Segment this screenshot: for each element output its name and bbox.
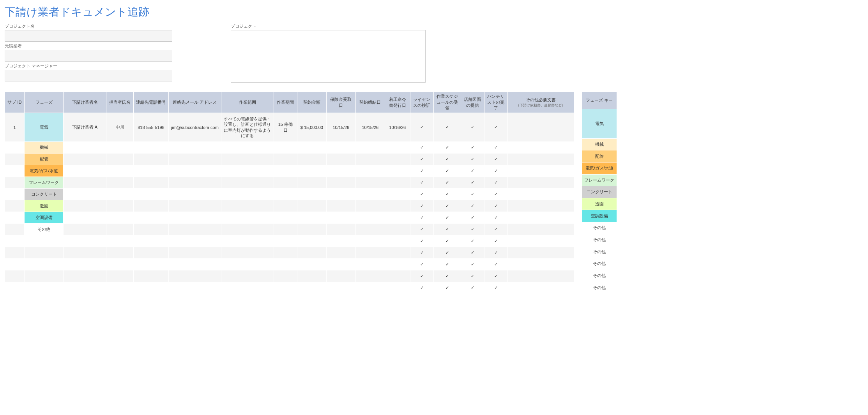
sub-name-cell[interactable] [64, 235, 106, 247]
contact-name-cell[interactable] [106, 259, 134, 270]
amount-cell[interactable] [297, 259, 326, 270]
contact-email-cell[interactable] [169, 200, 221, 212]
proceed-date-cell[interactable] [385, 189, 410, 200]
contract-date-cell[interactable] [355, 154, 385, 165]
schedule-check-cell[interactable]: ✓ [433, 189, 461, 200]
license-check-cell[interactable]: ✓ [410, 189, 433, 200]
schedule-check-cell[interactable]: ✓ [433, 282, 461, 294]
contact-phone-cell[interactable] [134, 165, 169, 177]
phase-cell[interactable]: 空調設備 [25, 212, 64, 224]
contract-date-cell[interactable] [355, 224, 385, 235]
amount-cell[interactable]: $ 15,000.00 [297, 113, 326, 142]
proceed-date-cell[interactable]: 10/16/26 [385, 113, 410, 142]
scope-cell[interactable] [221, 154, 274, 165]
proceed-date-cell[interactable] [385, 224, 410, 235]
contact-name-cell[interactable]: 中川 [106, 113, 134, 142]
sub-name-cell[interactable] [64, 224, 106, 235]
phase-cell[interactable]: 機械 [25, 142, 64, 154]
other-docs-cell[interactable] [507, 282, 574, 294]
amount-cell[interactable] [297, 142, 326, 154]
contact-phone-cell[interactable] [134, 142, 169, 154]
duration-cell[interactable] [274, 235, 297, 247]
phase-cell[interactable] [25, 247, 64, 259]
duration-cell[interactable] [274, 142, 297, 154]
proceed-date-cell[interactable] [385, 235, 410, 247]
scope-cell[interactable] [221, 270, 274, 282]
shop-drawings-check-cell[interactable]: ✓ [461, 200, 484, 212]
project-textarea[interactable] [231, 30, 426, 83]
insurance-date-cell[interactable]: 10/15/26 [326, 113, 355, 142]
contact-email-cell[interactable] [169, 177, 221, 189]
contact-phone-cell[interactable]: 818-555-5198 [134, 113, 169, 142]
contract-date-cell[interactable] [355, 212, 385, 224]
license-check-cell[interactable]: ✓ [410, 259, 433, 270]
insurance-date-cell[interactable] [326, 154, 355, 165]
punch-list-check-cell[interactable]: ✓ [484, 189, 507, 200]
amount-cell[interactable] [297, 189, 326, 200]
sub-name-cell[interactable]: 下請け業者 A [64, 113, 106, 142]
shop-drawings-check-cell[interactable]: ✓ [461, 177, 484, 189]
scope-cell[interactable] [221, 235, 274, 247]
schedule-check-cell[interactable]: ✓ [433, 200, 461, 212]
contract-date-cell[interactable]: 10/15/26 [355, 113, 385, 142]
contact-name-cell[interactable] [106, 189, 134, 200]
contract-date-cell[interactable] [355, 259, 385, 270]
punch-list-check-cell[interactable]: ✓ [484, 224, 507, 235]
other-docs-cell[interactable] [507, 200, 574, 212]
proceed-date-cell[interactable] [385, 282, 410, 294]
contact-name-cell[interactable] [106, 177, 134, 189]
contact-phone-cell[interactable] [134, 235, 169, 247]
duration-cell[interactable] [274, 259, 297, 270]
schedule-check-cell[interactable]: ✓ [433, 224, 461, 235]
phase-cell[interactable]: 配管 [25, 154, 64, 165]
duration-cell[interactable] [274, 200, 297, 212]
sub-id-cell[interactable] [5, 247, 25, 259]
other-docs-cell[interactable] [507, 224, 574, 235]
contact-email-cell[interactable] [169, 259, 221, 270]
phase-cell[interactable] [25, 259, 64, 270]
license-check-cell[interactable]: ✓ [410, 224, 433, 235]
duration-cell[interactable] [274, 165, 297, 177]
punch-list-check-cell[interactable]: ✓ [484, 247, 507, 259]
contact-name-cell[interactable] [106, 235, 134, 247]
amount-cell[interactable] [297, 177, 326, 189]
contact-phone-cell[interactable] [134, 224, 169, 235]
sub-id-cell[interactable] [5, 142, 25, 154]
sub-name-cell[interactable] [64, 154, 106, 165]
contact-phone-cell[interactable] [134, 259, 169, 270]
schedule-check-cell[interactable]: ✓ [433, 259, 461, 270]
contact-name-cell[interactable] [106, 282, 134, 294]
punch-list-check-cell[interactable]: ✓ [484, 282, 507, 294]
scope-cell[interactable] [221, 200, 274, 212]
contract-date-cell[interactable] [355, 200, 385, 212]
sub-name-cell[interactable] [64, 177, 106, 189]
other-docs-cell[interactable] [507, 259, 574, 270]
sub-id-cell[interactable] [5, 165, 25, 177]
proceed-date-cell[interactable] [385, 200, 410, 212]
proceed-date-cell[interactable] [385, 259, 410, 270]
license-check-cell[interactable]: ✓ [410, 165, 433, 177]
contact-name-cell[interactable] [106, 247, 134, 259]
shop-drawings-check-cell[interactable]: ✓ [461, 259, 484, 270]
schedule-check-cell[interactable]: ✓ [433, 235, 461, 247]
contract-date-cell[interactable] [355, 189, 385, 200]
project-name-input[interactable] [5, 30, 172, 42]
contact-email-cell[interactable] [169, 212, 221, 224]
license-check-cell[interactable]: ✓ [410, 282, 433, 294]
license-check-cell[interactable]: ✓ [410, 113, 433, 142]
phase-cell[interactable]: 電気 [25, 113, 64, 142]
other-docs-cell[interactable] [507, 142, 574, 154]
contact-phone-cell[interactable] [134, 282, 169, 294]
contact-name-cell[interactable] [106, 154, 134, 165]
contact-name-cell[interactable] [106, 142, 134, 154]
schedule-check-cell[interactable]: ✓ [433, 177, 461, 189]
punch-list-check-cell[interactable]: ✓ [484, 113, 507, 142]
shop-drawings-check-cell[interactable]: ✓ [461, 142, 484, 154]
other-docs-cell[interactable] [507, 113, 574, 142]
other-docs-cell[interactable] [507, 177, 574, 189]
contact-phone-cell[interactable] [134, 189, 169, 200]
contract-date-cell[interactable] [355, 247, 385, 259]
punch-list-check-cell[interactable]: ✓ [484, 154, 507, 165]
license-check-cell[interactable]: ✓ [410, 177, 433, 189]
insurance-date-cell[interactable] [326, 189, 355, 200]
